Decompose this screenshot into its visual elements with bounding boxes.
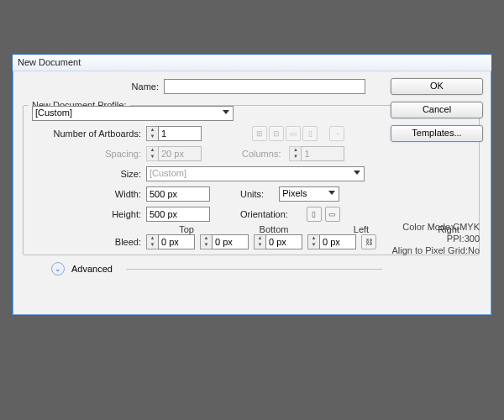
- artboards-stepper[interactable]: ▲▼: [146, 126, 202, 141]
- ok-button[interactable]: OK: [391, 78, 483, 95]
- chevron-down-icon: [328, 191, 335, 195]
- cancel-button[interactable]: Cancel: [391, 102, 483, 118]
- bleed-right-stepper[interactable]: ▲▼: [307, 234, 356, 249]
- size-label: Size:: [29, 169, 146, 179]
- units-group: Units: Pixels: [240, 186, 339, 202]
- info-grid: Align to Pixel Grid:No: [386, 244, 480, 256]
- units-select-value: Pixels: [282, 188, 307, 198]
- row-size: Size: [Custom]: [29, 164, 474, 184]
- stepper-knob-icon: ▲▼: [146, 146, 158, 161]
- info-colormode: Color Mode:CMYK: [386, 221, 480, 233]
- bleed-bottom-input[interactable]: [212, 234, 249, 249]
- row-width: Width: Units: Pixels: [29, 184, 474, 204]
- bleed-top-input[interactable]: [158, 234, 195, 249]
- spacing-input: [158, 146, 202, 161]
- advanced-row: ⌄ Advanced: [51, 262, 382, 276]
- row-name: Name:: [21, 76, 382, 97]
- arrange-column-icon: ▯: [302, 126, 318, 141]
- columns-label: Columns:: [242, 149, 286, 159]
- advanced-label: Advanced: [71, 264, 113, 274]
- dialog-title: New Document: [13, 55, 491, 71]
- bleed-top-stepper[interactable]: ▲▼: [146, 234, 195, 249]
- stepper-knob-icon[interactable]: ▲▼: [146, 126, 158, 141]
- main-panel: Name: New Document Profile: [Custom] Num…: [21, 76, 382, 318]
- height-label: Height:: [29, 209, 146, 219]
- bleed-bottom-header: Bottom: [249, 224, 299, 234]
- artboards-label: Number of Artboards:: [29, 129, 146, 139]
- chevron-down-icon: [354, 171, 360, 175]
- stepper-knob-icon[interactable]: ▲▼: [200, 234, 212, 249]
- columns-stepper: ▲▼: [289, 146, 344, 161]
- width-input[interactable]: [146, 186, 210, 202]
- advanced-toggle-icon[interactable]: ⌄: [51, 262, 65, 276]
- info-block: Color Mode:CMYK PPI:300 Align to Pixel G…: [386, 221, 480, 256]
- orientation-landscape-icon[interactable]: ▭: [325, 207, 340, 222]
- grid-by-column-icon: ⊟: [269, 126, 284, 141]
- advanced-divider: [126, 269, 382, 270]
- columns-input: [301, 146, 344, 161]
- chevron-down-icon: [223, 110, 229, 114]
- bleed-left-stepper[interactable]: ▲▼: [254, 234, 302, 249]
- stepper-knob-icon[interactable]: ▲▼: [254, 234, 265, 249]
- info-ppi: PPI:300: [386, 233, 480, 244]
- stepper-knob-icon[interactable]: ▲▼: [146, 234, 158, 249]
- new-document-dialog: New Document Name: New Document Profile:…: [12, 54, 492, 316]
- columns-group: Columns: ▲▼: [242, 146, 344, 161]
- orientation-group: Orientation: ▯ ▭: [240, 207, 340, 222]
- bleed-top-header: Top: [161, 224, 212, 234]
- spacing-label: Spacing:: [29, 149, 146, 159]
- size-select-value: [Custom]: [150, 168, 186, 178]
- orientation-portrait-icon[interactable]: ▯: [307, 207, 322, 222]
- size-select[interactable]: [Custom]: [146, 166, 365, 181]
- link-bleed-icon[interactable]: ⛓: [361, 234, 376, 249]
- artboards-input[interactable]: [158, 126, 202, 141]
- width-label: Width:: [29, 189, 146, 199]
- grid-by-row-icon: ⊞: [252, 126, 267, 141]
- profile-select-value: [Custom]: [35, 108, 72, 118]
- bleed-right-input[interactable]: [319, 234, 356, 249]
- arrow-right-icon: →: [329, 126, 344, 141]
- stepper-knob-icon: ▲▼: [289, 146, 301, 161]
- bleed-label: Bleed:: [29, 237, 146, 247]
- orientation-label: Orientation:: [240, 209, 293, 219]
- dialog-content: Name: New Document Profile: [Custom] Num…: [18, 73, 486, 310]
- units-label: Units:: [240, 189, 279, 199]
- profile-select[interactable]: [Custom]: [32, 106, 234, 121]
- name-input[interactable]: [164, 79, 365, 94]
- bleed-left-header: Left: [336, 224, 386, 234]
- side-panel: OK Cancel Templates...: [391, 78, 483, 149]
- spacing-stepper: ▲▼: [146, 146, 202, 161]
- name-label: Name:: [21, 81, 164, 92]
- stepper-knob-icon[interactable]: ▲▼: [307, 234, 319, 249]
- units-select[interactable]: Pixels: [279, 186, 339, 202]
- artboard-arrange-group: ⊞ ⊟ ▭ ▯: [252, 126, 318, 141]
- templates-button[interactable]: Templates...: [391, 125, 483, 142]
- height-input[interactable]: [146, 207, 210, 222]
- arrange-row-icon: ▭: [286, 126, 301, 141]
- bleed-bottom-stepper[interactable]: ▲▼: [200, 234, 249, 249]
- bleed-left-input[interactable]: [265, 234, 302, 249]
